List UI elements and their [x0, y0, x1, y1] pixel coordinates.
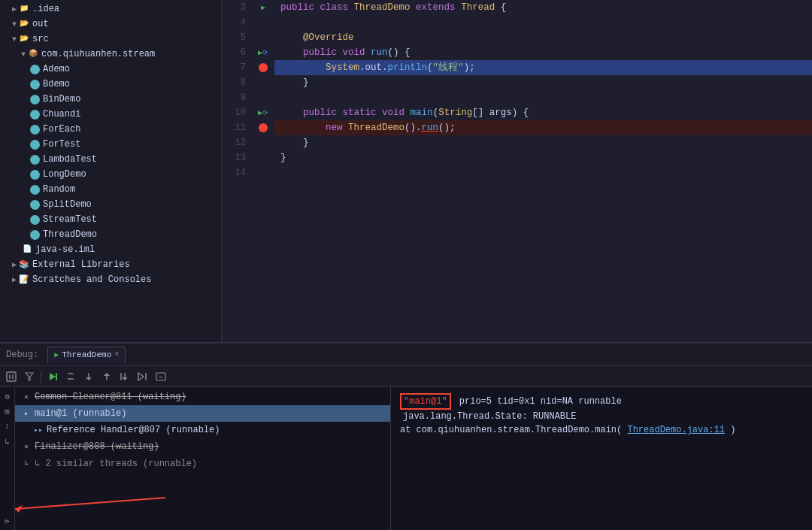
- sidebar-item-idea[interactable]: ▶ 📁 .idea: [0, 2, 221, 17]
- sidebar-item-threaddemo[interactable]: ThreadDemo: [0, 227, 221, 242]
- code-line-13: }: [274, 150, 812, 165]
- sidebar-label-src: src: [32, 34, 49, 44]
- arrow-down-icon[interactable]: ⊳: [2, 515, 14, 527]
- extlibs-icon: 📚: [18, 259, 30, 271]
- sidebar-label-idea: .idea: [32, 4, 59, 14]
- sidebar-label-random: Random: [43, 184, 75, 195]
- svg-line-18: [15, 498, 165, 509]
- sidebar-item-chuandi[interactable]: Chuandi: [0, 107, 221, 122]
- sidebar-item-bdemo[interactable]: Bdemo: [0, 77, 221, 92]
- toolbar-stepover-btn[interactable]: [62, 368, 79, 385]
- sort-icon[interactable]: ↕: [2, 420, 14, 432]
- filter-icon: [25, 372, 34, 381]
- code-line-8: }: [274, 75, 812, 90]
- gutter-12: [252, 135, 274, 150]
- svg-marker-13: [122, 377, 128, 380]
- resume-icon: [48, 372, 57, 381]
- toolbar-forceinto-btn[interactable]: [117, 368, 133, 385]
- thread-icon-similar: ↳: [21, 458, 32, 468]
- gutter-9: [252, 90, 274, 105]
- gutter-7[interactable]: [252, 60, 274, 75]
- bottom-left-icons: ⚙ ⊞ ↕ ↳ ⊳: [0, 387, 15, 530]
- sidebar-item-bindemo[interactable]: BinDemo: [0, 92, 221, 107]
- toolbar-filter-btn[interactable]: [21, 368, 38, 385]
- debug-label: Debug:: [6, 350, 38, 360]
- debug-output: "main@1" prio=5 tid=0x1 nid=NA runnable …: [391, 387, 812, 530]
- toolbar-runtocursor-btn[interactable]: [135, 368, 151, 385]
- thread-item-refhandler[interactable]: ▸▸ Reference Handler@807 (runnable): [15, 422, 390, 438]
- thread-item-cleaner[interactable]: ✕ Common-Cleaner@811 (waiting): [15, 389, 390, 405]
- folder-icon-idea: 📁: [18, 3, 30, 15]
- class-icon-streamtest: [30, 215, 40, 225]
- line-num-6: 6: [222, 45, 246, 60]
- toolbar-evalexpr-btn[interactable]: =: [153, 368, 169, 385]
- sidebar-item-streamtest[interactable]: StreamTest: [0, 212, 221, 227]
- project-sidebar: ▶ 📁 .idea ▼ 📂 out ▼ 📂 src ▼ 📦 com.qiuhua…: [0, 0, 222, 342]
- class-icon-lambdatest: [30, 155, 40, 165]
- stack-trace-end: ): [730, 425, 735, 435]
- breakpoint-7[interactable]: [259, 63, 268, 72]
- breakpoint-11[interactable]: [259, 123, 268, 132]
- sidebar-item-scratches[interactable]: ▶ 📝 Scratches and Consoles: [0, 272, 221, 287]
- sidebar-item-ademo[interactable]: Ademo: [0, 62, 221, 77]
- tab-close-button[interactable]: ×: [114, 350, 119, 359]
- sidebar-item-iml[interactable]: 📄 java-se.iml: [0, 242, 221, 257]
- sidebar-item-foreach[interactable]: ForEach: [0, 122, 221, 137]
- class-icon-chuandi: [30, 110, 40, 120]
- line-num-14: 14: [222, 165, 246, 180]
- toolbar-stepout-btn[interactable]: [98, 368, 115, 385]
- sidebar-item-fortest[interactable]: ForTest: [0, 137, 221, 152]
- thread-icon-cleaner: ✕: [21, 392, 32, 402]
- svg-marker-8: [86, 377, 92, 380]
- stack-trace-link[interactable]: ThreadDemo.java:11: [627, 425, 725, 435]
- class-icon-longdemo: [30, 170, 40, 180]
- gutter: ▶ ▶ ⟳ ▶ ⟳: [252, 0, 274, 342]
- bottom-panel: Debug: ▶ ThreadDemo ×: [0, 342, 812, 530]
- thread-item-similar[interactable]: ↳ ↳ 2 similar threads (runnable): [15, 455, 390, 471]
- class-icon-random: [30, 185, 40, 195]
- sidebar-label-longdemo: LongDemo: [43, 169, 86, 180]
- sidebar-item-lambdatest[interactable]: LambdaTest: [0, 152, 221, 167]
- gutter-6[interactable]: ▶ ⟳: [252, 45, 274, 60]
- sidebar-toggle-icon[interactable]: ⚙: [2, 390, 14, 402]
- forceinto-icon: [120, 372, 130, 381]
- sidebar-item-longdemo[interactable]: LongDemo: [0, 167, 221, 182]
- thread-name-badge: "main@1": [400, 393, 451, 410]
- tab-threaddemo[interactable]: ▶ ThreadDemo ×: [47, 347, 126, 363]
- run-icon-3[interactable]: ▶: [261, 3, 265, 12]
- sidebar-item-out[interactable]: ▼ 📂 out: [0, 17, 221, 32]
- sidebar-item-package[interactable]: ▼ 📦 com.qiuhuanhen.stream: [0, 47, 221, 62]
- gutter-3[interactable]: ▶: [252, 0, 274, 15]
- class-icon-splitdemo: [30, 200, 40, 210]
- code-content: 3 4 5 6 7 8 9 10 11 12 13 14 ▶: [222, 0, 812, 342]
- toolbar-stepinto-btn[interactable]: [80, 368, 97, 385]
- line-num-4: 4: [222, 15, 246, 30]
- sidebar-label-foreach: ForEach: [43, 124, 80, 135]
- svg-rect-0: [7, 372, 16, 381]
- filter-threads-icon[interactable]: ⊞: [2, 405, 14, 417]
- sidebar-label-scratches: Scratches and Consoles: [32, 274, 151, 285]
- toolbar-rerun-btn[interactable]: [3, 368, 20, 385]
- line-num-12: 12: [222, 135, 246, 150]
- sidebar-item-random[interactable]: Random: [0, 182, 221, 197]
- toolbar-resume-btn[interactable]: [44, 368, 61, 385]
- gutter-8: [252, 75, 274, 90]
- gutter-10[interactable]: ▶ ⟳: [252, 105, 274, 120]
- sidebar-item-splitdemo[interactable]: SplitDemo: [0, 197, 221, 212]
- sidebar-item-src[interactable]: ▼ 📂 src: [0, 32, 221, 47]
- scratches-icon: 📝: [18, 274, 30, 286]
- thread-tab-icon: ▶: [54, 350, 59, 359]
- code-lines[interactable]: public class ThreadDemo extends Thread {…: [274, 0, 812, 342]
- thread-item-finalizer[interactable]: ✕ Finalizer@808 (waiting): [15, 438, 390, 455]
- thread-item-main[interactable]: ▸ main@1 (runnable): [15, 405, 390, 422]
- line-num-5: 5: [222, 30, 246, 45]
- svg-marker-14: [138, 373, 144, 380]
- runtocursor-icon: [138, 372, 148, 381]
- sidebar-item-extlibs[interactable]: ▶ 📚 External Libraries: [0, 257, 221, 272]
- stack-trace-text: at com.qiuhuanhen.stream.ThreadDemo.main…: [400, 425, 622, 435]
- stack-trace-line: at com.qiuhuanhen.stream.ThreadDemo.main…: [400, 423, 803, 437]
- export-icon[interactable]: ↳: [2, 435, 14, 447]
- sidebar-label-lambdatest: LambdaTest: [43, 154, 97, 165]
- bottom-tabs-bar: Debug: ▶ ThreadDemo ×: [0, 344, 812, 366]
- gutter-11[interactable]: [252, 120, 274, 135]
